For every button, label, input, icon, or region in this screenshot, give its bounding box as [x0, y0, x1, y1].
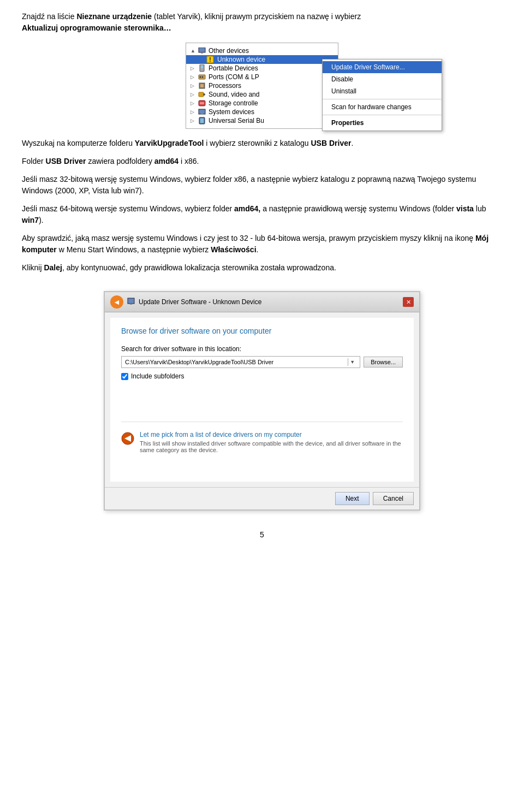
dm-item-ports: ▷ Ports (COM & LP — [186, 73, 338, 81]
context-menu: Update Driver Software... Disable Uninst… — [322, 59, 442, 131]
dialog-browse-button[interactable]: Browse... — [364, 357, 403, 368]
intro-paragraph: Znajdź na liście Nieznane urządzenie (ta… — [22, 11, 502, 34]
para2-bold2: amd64 — [154, 157, 178, 165]
dialog-pick-row: Let me pick from a list of device driver… — [121, 431, 403, 453]
include-subfolders-label: Include subfolders — [131, 372, 184, 380]
arrow-icon: ▷ — [190, 100, 197, 106]
dialog-checkbox-row: Include subfolders — [121, 372, 403, 380]
intro-bold2: Aktualizuj oprogramowanie sterownika… — [22, 23, 171, 32]
dm-item-unknown-device: ! Unknown device — [186, 55, 338, 64]
dialog-search-label: Search for driver software in this locat… — [121, 345, 403, 353]
para2-end: i x86. — [178, 157, 199, 165]
intro-text-after: (tablet Yarvik), kliknij prawym przycisk… — [152, 12, 361, 21]
svg-point-12 — [203, 93, 205, 96]
intro-bold1: Nieznane urządzenie — [76, 12, 152, 21]
svg-rect-18 — [200, 118, 204, 123]
arrow-icon: ▷ — [190, 83, 197, 88]
dialog-divider — [121, 422, 403, 422]
paragraph-4: Jeśli masz 64-bitową wersje systemu Wind… — [22, 203, 502, 226]
svg-rect-19 — [128, 298, 134, 304]
dm-label-portable-devices: Portable Devices — [209, 64, 258, 72]
dialog-path-value: C:\Users\Yarvik\Desktop\YarvikUpgradeToo… — [125, 359, 273, 365]
para4-end: ). — [39, 216, 44, 224]
dialog-footer: Next Cancel — [105, 487, 419, 509]
arrow-icon: ▷ — [190, 109, 197, 115]
svg-rect-14 — [200, 102, 204, 104]
sound-icon — [197, 91, 207, 98]
dialog-close-button[interactable]: ✕ — [403, 297, 414, 307]
dialog-input-row: C:\Users\Yarvik\Desktop\YarvikUpgradeToo… — [121, 356, 403, 368]
svg-text:!: ! — [209, 57, 211, 63]
page-number: 5 — [22, 530, 502, 539]
dm-item-system: ▷ System devices — [186, 108, 338, 116]
dialog-titlebar: ◄ Update Driver Software - Unknown Devic… — [105, 292, 419, 312]
arrow-icon: ▷ — [190, 74, 197, 80]
storage-icon — [197, 99, 207, 107]
svg-point-8 — [202, 76, 204, 78]
para4-bold3: win7 — [22, 216, 39, 224]
update-driver-dialog: ◄ Update Driver Software - Unknown Devic… — [104, 291, 420, 511]
device-manager-screenshot: ▲ Other devices ! Unknown device — [22, 43, 502, 129]
para1-before: Wyszukaj na komputerze folderu — [22, 139, 135, 147]
dm-label-storage: Storage controlle — [209, 99, 258, 107]
svg-rect-16 — [201, 114, 203, 115]
svg-rect-1 — [201, 52, 203, 54]
dialog-pick-desc: This list will show installed driver sof… — [140, 440, 403, 453]
arrow-icon: ▷ — [190, 92, 197, 97]
dm-item-portable-devices: ▷ Portable Devices — [186, 64, 338, 73]
ports-icon — [197, 73, 207, 81]
para6-before: Kliknij — [22, 263, 44, 272]
para2-mid: zawiera podfoldery — [86, 157, 154, 165]
dialog-next-button[interactable]: Next — [335, 492, 370, 505]
para5-bold2: Właściwości — [211, 245, 256, 254]
device-manager-context-wrap: ▲ Other devices ! Unknown device — [186, 43, 338, 129]
para2-bold1: USB Driver — [46, 157, 86, 165]
cm-item-update-driver[interactable]: Update Driver Software... — [323, 61, 442, 73]
cm-item-uninstall[interactable]: Uninstall — [323, 85, 442, 97]
monitor-icon — [197, 47, 207, 55]
dm-label-other-devices: Other devices — [209, 47, 249, 55]
cm-item-properties[interactable]: Properties — [323, 117, 442, 129]
dialog-pick-title[interactable]: Let me pick from a list of device driver… — [140, 431, 403, 438]
cm-item-disable[interactable]: Disable — [323, 73, 442, 85]
dm-label-system: System devices — [209, 108, 254, 116]
system-icon — [197, 108, 207, 116]
para1-bold1: YarvikUpgradeTool — [135, 139, 204, 147]
dm-item-storage: ▷ Storage controlle — [186, 99, 338, 108]
para1-bold2: USB Driver — [311, 139, 352, 147]
dialog-pick-content: Let me pick from a list of device driver… — [140, 431, 403, 453]
para5-mid: w Menu Start Windows, a następnie wybier… — [57, 245, 211, 254]
dm-item-sound: ▷ Sound, video and — [186, 90, 338, 99]
dialog-title: Update Driver Software - Unknown Device — [139, 298, 261, 306]
para1-end: . — [351, 139, 353, 147]
dm-label-unknown-device: Unknown device — [217, 56, 265, 63]
dialog-icon — [127, 297, 135, 307]
dm-label-usb: Universal Serial Bu — [209, 117, 264, 125]
back-button[interactable]: ◄ — [110, 295, 123, 309]
para4-bold2: vista — [456, 204, 474, 213]
intro-text-before: Znajdź na liście — [22, 12, 76, 21]
dialog-body: Browse for driver software on your compu… — [110, 318, 414, 482]
arrow-icon: ▲ — [190, 48, 197, 54]
portable-icon — [197, 64, 207, 72]
cm-item-scan[interactable]: Scan for hardware changes — [323, 101, 442, 113]
svg-rect-20 — [130, 304, 132, 305]
dialog-path-input[interactable]: C:\Users\Yarvik\Desktop\YarvikUpgradeToo… — [121, 356, 360, 368]
dm-label-sound: Sound, video and — [209, 91, 259, 98]
paragraph-5: Aby sprawdzić, jaką masz wersję systemu … — [22, 233, 502, 256]
para6-end: , aby kontynuować, gdy prawidłowa lokali… — [62, 263, 336, 272]
include-subfolders-checkbox[interactable] — [121, 373, 128, 380]
dm-item-usb: ▷ Universal Serial Bu — [186, 116, 338, 125]
paragraph-3: Jeśli masz 32-bitową wersję systemu Wind… — [22, 174, 502, 197]
dm-label-processors: Processors — [209, 82, 241, 90]
para4-mid: a następnie prawidłową wersję systemu Wi… — [260, 204, 456, 213]
dialog-cancel-button[interactable]: Cancel — [373, 492, 414, 505]
dropdown-arrow-icon: ▼ — [348, 358, 356, 366]
arrow-icon: ▷ — [190, 118, 197, 123]
dialog-heading: Browse for driver software on your compu… — [121, 327, 403, 335]
dialog-screenshot: ◄ Update Driver Software - Unknown Devic… — [22, 282, 502, 519]
svg-rect-0 — [199, 48, 205, 52]
paragraph-1: Wyszukaj na komputerze folderu YarvikUpg… — [22, 138, 502, 149]
svg-rect-5 — [201, 66, 203, 68]
svg-rect-10 — [200, 84, 204, 87]
